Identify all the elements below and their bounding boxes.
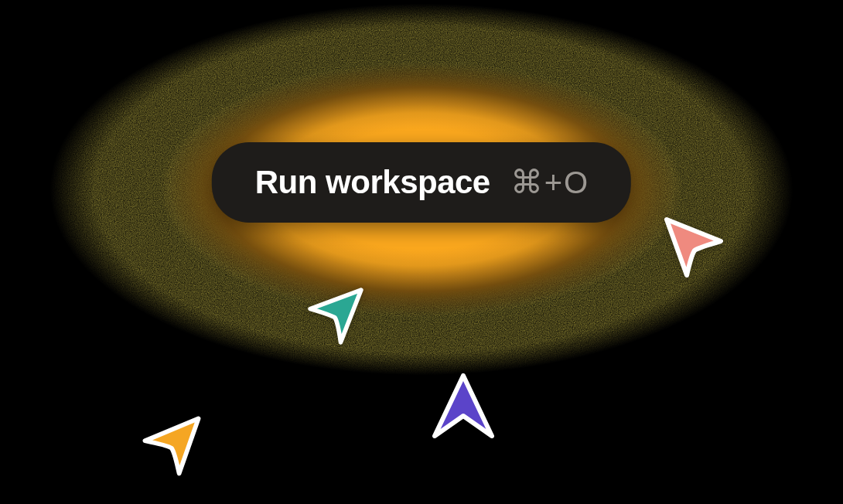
cursor-purple <box>428 369 498 447</box>
run-workspace-button[interactable]: Run workspace ⌘ + O <box>212 142 631 223</box>
shortcut-key: O <box>564 165 588 200</box>
shortcut-plus: + <box>544 165 562 200</box>
cursor-orange <box>133 408 210 482</box>
keyboard-shortcut: ⌘ + O <box>510 165 588 200</box>
cursor-teal <box>299 280 371 352</box>
cursor-pink <box>656 209 733 286</box>
run-workspace-label: Run workspace <box>255 164 490 201</box>
command-key-icon: ⌘ <box>510 166 543 199</box>
